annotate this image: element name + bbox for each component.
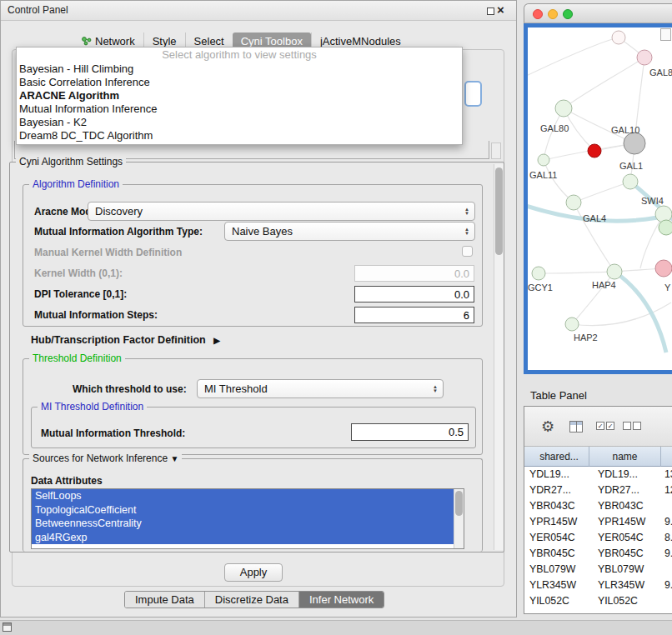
algorithm-combobox-fragment[interactable] <box>464 81 482 107</box>
attribute-item-selected[interactable]: TopologicalCoefficient <box>32 503 454 518</box>
hub-section-toggle[interactable]: Hub/Transcription Factor Definition ▶ <box>31 334 220 346</box>
table-row[interactable]: YBR043C YBR043C <box>524 498 672 514</box>
cell: YIL052C <box>524 593 589 609</box>
column-header-shared[interactable]: shared... <box>524 447 589 467</box>
panel-dock-icon[interactable] <box>3 622 12 632</box>
network-edge <box>574 182 630 202</box>
unchecked-box-icon <box>623 422 631 430</box>
network-node[interactable] <box>624 132 645 154</box>
cell: YDL19... <box>524 467 589 482</box>
algorithm-definition-title: Algorithm Definition <box>29 178 123 190</box>
settings-group-title: Cyni Algorithm Settings <box>16 156 126 168</box>
column-selector-icon[interactable] <box>569 421 583 432</box>
table-row[interactable]: YLR345W YLR345W 9. <box>524 578 672 593</box>
network-node[interactable] <box>623 174 638 189</box>
node-label: GAL4 <box>583 213 606 223</box>
cell: 9. <box>661 546 672 562</box>
checked-box-icon: ✓ <box>596 422 604 430</box>
algorithm-option[interactable]: Basic Correlation Inference <box>17 76 462 89</box>
scrollbar-thumb[interactable] <box>495 168 503 255</box>
mi-type-value: Naive Bayes <box>232 225 464 238</box>
algorithm-option[interactable]: Dream8 DC_TDC Algorithm <box>17 129 462 142</box>
table-row[interactable]: YIL052C YIL052C <box>524 593 672 609</box>
network-node-red[interactable] <box>588 144 601 158</box>
cell: YER054C <box>524 530 589 546</box>
tab-infer-network[interactable]: Infer Network <box>298 592 384 608</box>
cell: YBL079W <box>589 562 661 578</box>
tab-network-label: Network <box>95 35 135 48</box>
network-node[interactable] <box>555 100 572 117</box>
mi-threshold-input[interactable] <box>351 423 469 441</box>
table-body: YDL19... YDL19... 13 YDR27... YDR27... 1… <box>524 467 672 609</box>
table-row[interactable]: YDL19... YDL19... 13 <box>524 467 672 482</box>
manual-kernel-checkbox[interactable] <box>462 246 473 257</box>
node-label: GAL1 <box>619 161 643 171</box>
cell: YLR345W <box>589 578 661 593</box>
aracne-mode-select[interactable]: Discovery ▲▼ <box>88 202 475 221</box>
attribute-item-selected[interactable]: BetweennessCentrality <box>32 517 454 531</box>
mi-type-select[interactable]: Naive Bayes ▲▼ <box>224 222 475 241</box>
table-row[interactable]: YBL079W YBL079W <box>524 562 672 578</box>
network-node-pink[interactable] <box>655 260 672 277</box>
attribute-item-selected[interactable]: gal4RGexp <box>32 531 454 545</box>
data-attributes-list[interactable]: SelfLoops TopologicalCoefficient Between… <box>31 488 464 549</box>
close-traffic-light-icon[interactable] <box>533 9 543 19</box>
mi-steps-input[interactable] <box>354 307 474 323</box>
list-scrollbar[interactable] <box>454 489 464 549</box>
network-node[interactable] <box>607 264 622 279</box>
dpi-tolerance-input[interactable] <box>354 286 474 302</box>
table-row[interactable]: YBR045C YBR045C 9. <box>524 546 672 562</box>
column-header-partial[interactable] <box>661 447 672 467</box>
network-node[interactable] <box>566 195 581 210</box>
network-node[interactable] <box>532 267 545 280</box>
cell: YDR27... <box>589 482 661 498</box>
settings-scrollbar[interactable] <box>494 164 504 550</box>
tab-discretize-data[interactable]: Discretize Data <box>204 592 298 608</box>
cell: YBR043C <box>524 498 589 514</box>
canvas-scroll-corner[interactable] <box>660 28 671 41</box>
algorithm-option[interactable]: Mutual Information Inference <box>17 102 462 116</box>
network-node[interactable] <box>538 154 549 166</box>
table-row[interactable]: YER054C YER054C 8. <box>524 530 672 546</box>
node-label: GAL11 <box>529 170 557 180</box>
network-window-titlebar[interactable] <box>524 3 672 23</box>
zoom-traffic-light-icon[interactable] <box>563 9 573 19</box>
which-threshold-label: Which threshold to use: <box>73 383 187 395</box>
expanded-arrow-icon: ▼ <box>170 454 178 463</box>
network-canvas[interactable]: GAL8 GAL80 GAL10 GAL11 GAL1 SWI4 GAL4 GC… <box>524 23 672 374</box>
cell: 9. <box>661 578 672 593</box>
algorithm-option[interactable]: Bayesian - Hill Climbing <box>17 62 462 76</box>
node-label: SWI4 <box>641 196 664 206</box>
attribute-item-selected[interactable]: SelfLoops <box>32 489 454 503</box>
cell: 13 <box>661 467 672 482</box>
mi-threshold-subgroup-title: MI Threshold Definition <box>38 401 147 412</box>
cell <box>661 498 672 514</box>
sources-group-toggle[interactable]: Sources for Network Inference ▼ <box>29 452 182 464</box>
deselect-all-icon[interactable] <box>623 422 641 430</box>
algorithm-option[interactable]: Bayesian - K2 <box>17 116 462 129</box>
cell: YIL052C <box>589 593 661 609</box>
cell: YER054C <box>589 530 661 546</box>
which-threshold-select[interactable]: MI Threshold ▲▼ <box>197 379 444 398</box>
network-node[interactable] <box>612 31 625 44</box>
float-window-icon[interactable] <box>487 8 494 15</box>
close-icon[interactable]: × <box>497 2 504 17</box>
network-node[interactable] <box>565 318 579 331</box>
kernel-width-input <box>354 265 474 282</box>
gear-icon[interactable]: ⚙ <box>541 418 554 436</box>
scrollbar-fragment[interactable] <box>491 142 501 159</box>
tab-impute-data[interactable]: Impute Data <box>125 592 204 608</box>
select-all-icon[interactable]: ✓ ✓ <box>596 422 614 430</box>
apply-button[interactable]: Apply <box>224 563 283 582</box>
cell: YBL079W <box>524 562 589 578</box>
minimize-traffic-light-icon[interactable] <box>548 9 558 19</box>
table-row[interactable]: YDR27... YDR27... 12 <box>524 482 672 498</box>
control-panel-titlebar: Control Panel × <box>1 1 516 21</box>
network-node[interactable] <box>637 50 652 65</box>
algorithm-option-selected[interactable]: ARACNE Algorithm <box>17 89 462 102</box>
network-node[interactable] <box>659 220 672 235</box>
scrollbar-thumb[interactable] <box>455 491 463 516</box>
node-label: GCY1 <box>528 282 553 292</box>
column-header-name[interactable]: name <box>589 447 661 467</box>
table-row[interactable]: YPR145W YPR145W 9. <box>524 514 672 530</box>
